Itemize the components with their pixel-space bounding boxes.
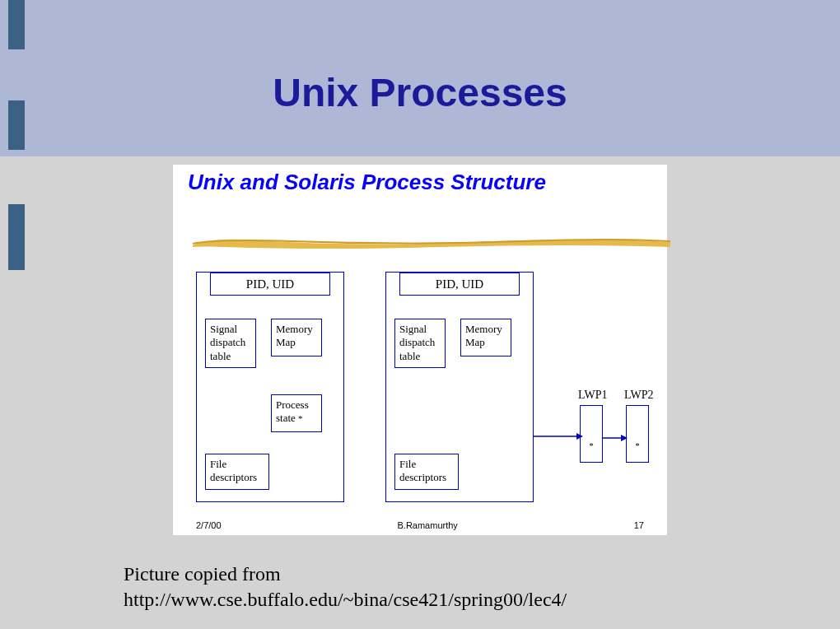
signal-dispatch-box: Signal dispatch table: [394, 319, 446, 368]
pid-uid-header: PID, UID: [399, 273, 520, 296]
accent-tab: [8, 204, 25, 270]
footer-date: 2/7/00: [196, 520, 222, 530]
title-band: Unix Processes: [0, 0, 840, 156]
footer-page: 17: [634, 520, 644, 530]
slide-title: Unix Processes: [0, 70, 840, 115]
process-state-box: Process state *: [271, 394, 322, 432]
accent-tab: [8, 0, 25, 49]
figure-footer: 2/7/00 B.Ramamurthy 17: [196, 520, 644, 530]
figure-title: Unix and Solaris Process Structure: [188, 170, 652, 195]
lwp2-box: *: [626, 405, 649, 463]
caption-line2: http://www.cse.buffalo.edu/~bina/cse421/…: [124, 589, 567, 610]
lwp1-box: *: [580, 405, 603, 463]
file-descriptors-box: File descriptors: [205, 454, 269, 490]
source-caption: Picture copied from http://www.cse.buffa…: [124, 561, 807, 613]
brush-underline-icon: [193, 235, 670, 250]
lwp1-label: LWP1: [578, 389, 608, 402]
pid-uid-header: PID, UID: [210, 273, 330, 296]
signal-dispatch-box: Signal dispatch table: [205, 319, 256, 368]
process-box-unix: PID, UID Signal dispatch table Memory Ma…: [196, 272, 344, 502]
memory-map-box: Memory Map: [460, 319, 511, 356]
lwp2-label: LWP2: [624, 389, 654, 402]
caption-line1: Picture copied from: [124, 563, 281, 585]
star-icon: *: [589, 440, 594, 450]
star-icon: *: [298, 413, 303, 423]
process-state-label-line1: Process: [276, 398, 309, 411]
process-box-solaris: PID, UID Signal dispatch table Memory Ma…: [385, 272, 534, 502]
arrow-icon: [534, 430, 583, 443]
file-descriptors-box: File descriptors: [394, 454, 459, 490]
memory-map-box: Memory Map: [271, 319, 322, 356]
process-state-label-line2: state: [276, 412, 296, 424]
embedded-figure: Unix and Solaris Process Structure PID, …: [173, 165, 667, 535]
arrow-icon: [603, 431, 628, 441]
footer-author: B.Ramamurthy: [397, 520, 457, 530]
star-icon: *: [635, 440, 640, 450]
accent-tab: [8, 100, 25, 150]
